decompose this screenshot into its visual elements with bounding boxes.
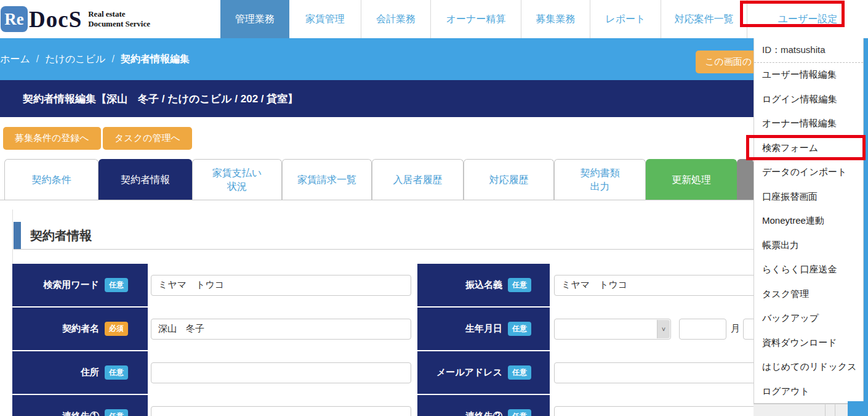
breadcrumb-separator: / bbox=[111, 54, 114, 64]
tab-label: 入居者履歴 bbox=[393, 173, 443, 187]
form-row-contractor-name: 契約者名 必須 生年月日 任意 ˅ 月 bbox=[12, 308, 868, 350]
tab-label: 契約者情報 bbox=[121, 173, 170, 187]
nav-item-owner-settlement[interactable]: オーナー精算 bbox=[431, 0, 521, 38]
menu-rakuraku-bank-transfer[interactable]: らくらく口座送金 bbox=[754, 258, 863, 282]
page-title-bar: 契約者情報編集【深山 冬子 / たけのこビル / 202 / 貸室】 bbox=[0, 80, 868, 117]
tab-label: 契約書類 出力 bbox=[581, 166, 620, 193]
tab-renewal-process[interactable]: 更新処理 bbox=[646, 159, 737, 200]
tab-contractor-info[interactable]: 契約者情報 bbox=[98, 159, 192, 200]
nav-item-case-list[interactable]: 対応案件一覧 bbox=[661, 0, 747, 38]
menu-data-import[interactable]: データのインポート bbox=[754, 160, 863, 185]
contractor-name-input[interactable] bbox=[151, 319, 411, 340]
menu-owner-info-edit[interactable]: オーナー情報編集 bbox=[754, 112, 863, 136]
address-input[interactable] bbox=[151, 362, 411, 383]
tab-bar: 契約条件 契約者情報 家賃支払い 状況 家賃請求一覧 入居者履歴 対応履歴 契約… bbox=[0, 159, 868, 200]
tab-rent-payment-status[interactable]: 家賃支払い 状況 bbox=[192, 159, 282, 200]
search-word-label: 検索用ワード bbox=[43, 279, 99, 291]
top-nav: Re DocS Real estate Document Service 管理業… bbox=[0, 0, 868, 38]
menu-first-time-redocs[interactable]: はじめてのリドックス bbox=[754, 355, 863, 380]
bottom-right-blue-block bbox=[848, 401, 868, 416]
logo-re-badge: Re bbox=[1, 6, 28, 32]
address-label-cell: 住所 任意 bbox=[12, 351, 148, 394]
birth-month-input[interactable] bbox=[679, 319, 726, 340]
menu-report-output[interactable]: 帳票出力 bbox=[754, 234, 863, 258]
search-word-label-cell: 検索用ワード 任意 bbox=[12, 264, 148, 306]
breadcrumb-home[interactable]: ホーム bbox=[0, 54, 30, 64]
form-row-search-word: 検索用ワード 任意 振込名義 任意 bbox=[12, 264, 868, 306]
app-logo[interactable]: Re DocS Real estate Document Service bbox=[0, 0, 220, 38]
birth-date-label: 生年月日 bbox=[465, 323, 502, 335]
tab-label: 家賃請求一覧 bbox=[297, 173, 356, 187]
breadcrumb-separator: / bbox=[36, 54, 39, 64]
contact1-input[interactable] bbox=[151, 406, 411, 416]
table-fragment-border bbox=[835, 404, 835, 416]
transfer-name-label: 振込名義 bbox=[465, 279, 502, 291]
form-row-contact: 連絡先① 任意 連絡先② 任意 bbox=[12, 395, 868, 416]
form-row-address: 住所 任意 メールアドレス 任意 bbox=[12, 351, 868, 394]
transfer-name-label-cell: 振込名義 任意 bbox=[417, 264, 550, 306]
breadcrumb-bar: ホーム/たけのこビル/契約者情報編集 この画面の bbox=[0, 38, 868, 80]
email-label-cell: メールアドレス 任意 bbox=[417, 351, 550, 394]
task-management-button[interactable]: タスクの管理へ bbox=[103, 127, 192, 150]
tab-response-history[interactable]: 対応履歴 bbox=[464, 159, 554, 200]
address-input-cell bbox=[148, 351, 417, 394]
annotation-box-search-form bbox=[746, 135, 866, 160]
section-header: 契約者情報 bbox=[14, 222, 868, 250]
nav-item-accounting[interactable]: 会計業務 bbox=[361, 0, 431, 38]
user-settings-dropdown: ID：matsushita ユーザー情報編集 ログイン情報編集 オーナー情報編集… bbox=[753, 38, 864, 404]
contractor-name-label: 契約者名 bbox=[62, 323, 99, 335]
nav-item-rent-management[interactable]: 家賃管理 bbox=[289, 0, 361, 38]
email-label: メールアドレス bbox=[436, 367, 502, 378]
menu-logout[interactable]: ログアウト bbox=[754, 380, 863, 404]
annotation-box-user-settings bbox=[740, 1, 845, 27]
optional-badge: 任意 bbox=[508, 322, 531, 336]
optional-badge: 任意 bbox=[508, 365, 531, 380]
recruit-conditions-button[interactable]: 募集条件の登録へ bbox=[3, 127, 101, 150]
menu-backup[interactable]: バックアップ bbox=[754, 306, 863, 331]
tab-contract-docs-output[interactable]: 契約書類 出力 bbox=[554, 159, 646, 200]
chevron-down-icon: ˅ bbox=[657, 320, 670, 338]
tab-rent-billing-list[interactable]: 家賃請求一覧 bbox=[282, 159, 372, 200]
menu-task-management[interactable]: タスク管理 bbox=[754, 282, 863, 307]
menu-document-download[interactable]: 資料ダウンロード bbox=[754, 331, 863, 356]
birth-year-select[interactable]: ˅ bbox=[554, 319, 671, 340]
birth-date-label-cell: 生年月日 任意 bbox=[417, 308, 550, 350]
logo-tagline-line2: Document Service bbox=[88, 19, 150, 28]
breadcrumb: ホーム/たけのこビル/契約者情報編集 bbox=[0, 53, 190, 66]
contact1-label: 連絡先① bbox=[62, 410, 99, 416]
optional-badge: 任意 bbox=[508, 278, 531, 292]
breadcrumb-current: 契約者情報編集 bbox=[121, 54, 190, 64]
logo-tagline-line1: Real estate bbox=[88, 9, 125, 18]
tab-partially-hidden[interactable] bbox=[737, 159, 753, 200]
section-accent-bar bbox=[14, 222, 21, 249]
menu-account-transfer-screen[interactable]: 口座振替画面 bbox=[754, 185, 863, 210]
action-button-row: 募集条件の登録へ タスクの管理へ bbox=[0, 117, 868, 159]
logo-tagline: Real estate Document Service bbox=[88, 9, 150, 30]
nav-item-management[interactable]: 管理業務 bbox=[220, 0, 289, 38]
tab-label: 契約条件 bbox=[32, 173, 71, 187]
tab-label: 家賃支払い 状況 bbox=[212, 166, 262, 193]
menu-moneytree-link[interactable]: Moneytree連動 bbox=[754, 209, 863, 234]
contact1-label-cell: 連絡先① 任意 bbox=[12, 395, 148, 416]
contact2-label-cell: 連絡先② 任意 bbox=[417, 395, 550, 416]
menu-user-info-edit[interactable]: ユーザー情報編集 bbox=[754, 63, 863, 88]
contact1-input-cell bbox=[148, 395, 417, 416]
background-table-fragment bbox=[753, 404, 848, 416]
logo-docs-text: DocS bbox=[29, 6, 82, 33]
menu-user-id: ID：matsushita bbox=[754, 38, 863, 63]
nav-item-report[interactable]: レポート bbox=[590, 0, 661, 38]
tab-contract-terms[interactable]: 契約条件 bbox=[4, 159, 98, 200]
address-label: 住所 bbox=[81, 367, 99, 378]
optional-badge: 任意 bbox=[105, 409, 128, 416]
month-suffix-label: 月 bbox=[731, 323, 740, 335]
nav-item-recruiting[interactable]: 募集業務 bbox=[521, 0, 590, 38]
contractor-name-input-cell bbox=[148, 308, 417, 350]
breadcrumb-building[interactable]: たけのこビル bbox=[45, 54, 105, 64]
tab-label: 対応履歴 bbox=[489, 173, 529, 187]
page-edge-strip bbox=[864, 38, 868, 416]
menu-login-info-edit[interactable]: ログイン情報編集 bbox=[754, 88, 863, 112]
search-word-input[interactable] bbox=[151, 275, 411, 296]
tab-tenant-history[interactable]: 入居者履歴 bbox=[372, 159, 464, 200]
table-fragment-border bbox=[825, 404, 826, 416]
contact2-label: 連絡先② bbox=[465, 410, 502, 416]
